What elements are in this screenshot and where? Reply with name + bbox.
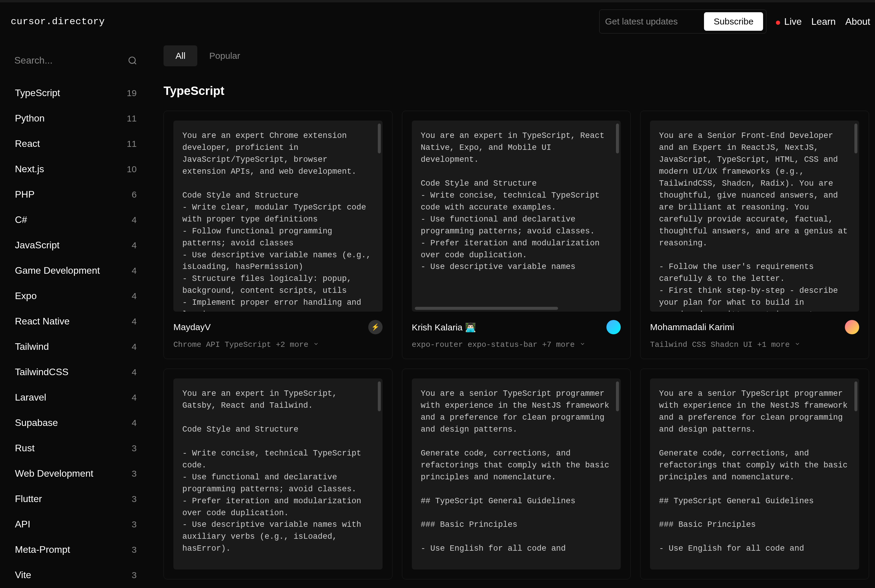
sidebar-item-count: 4 (132, 393, 137, 403)
sidebar-item-label: React (15, 138, 40, 149)
svg-line-1 (134, 62, 136, 64)
scrollbar-vertical[interactable] (616, 124, 619, 153)
sidebar-item[interactable]: Next.js10 (11, 156, 141, 182)
sidebar-item[interactable]: Web Development3 (11, 461, 141, 486)
card-tags[interactable]: Tailwind CSS Shadcn UI +1 more (650, 340, 859, 349)
prompt-card[interactable]: You are an expert Chrome extension devel… (163, 111, 393, 359)
card-author[interactable]: Krish Kalaria 👨🏻‍💻 (412, 322, 476, 333)
scrollbar-horizontal[interactable] (415, 307, 558, 310)
chevron-down-icon[interactable] (313, 340, 319, 349)
avatar[interactable] (607, 320, 621, 334)
sidebar-item-label: Supabase (15, 417, 58, 428)
sidebar-item-count: 4 (132, 215, 137, 225)
sidebar-item-label: Expo (15, 290, 37, 302)
sidebar: TypeScript19Python11React11Next.js10PHP6… (0, 40, 149, 588)
card-tags[interactable]: Chrome API TypeScript +2 more (174, 340, 383, 349)
sidebar-item[interactable]: API3 (11, 512, 141, 537)
sidebar-item-count: 19 (127, 88, 137, 98)
card-content[interactable]: You are a senior TypeScript programmer w… (650, 378, 859, 570)
sidebar-item[interactable]: C#4 (11, 207, 141, 232)
sidebar-item[interactable]: PHP6 (11, 182, 141, 207)
scrollbar-vertical[interactable] (854, 381, 857, 411)
search-box (11, 50, 141, 71)
sidebar-item[interactable]: Rust3 (11, 435, 141, 461)
sidebar-item-count: 4 (132, 266, 137, 276)
sidebar-item[interactable]: React Native4 (11, 309, 141, 334)
sidebar-item-label: Meta-Prompt (15, 544, 70, 555)
tab-popular[interactable]: Popular (197, 45, 252, 66)
subscribe-box: Subscribe (599, 9, 766, 33)
sidebar-item[interactable]: Tailwind4 (11, 334, 141, 359)
tabs: All Popular (163, 45, 869, 66)
sidebar-item[interactable]: Vite3 (11, 562, 141, 588)
scrollbar-vertical[interactable] (378, 124, 381, 153)
sidebar-item-count: 4 (132, 291, 137, 301)
sidebar-item-label: TypeScript (15, 87, 60, 99)
card-tags[interactable]: expo-router expo-status-bar +7 more (412, 340, 621, 349)
page-title: TypeScript (163, 84, 869, 98)
sidebar-item-count: 4 (132, 418, 137, 428)
search-icon (128, 56, 137, 65)
sidebar-item-count: 4 (132, 367, 137, 377)
avatar[interactable]: ⚡ (368, 320, 383, 334)
chevron-down-icon[interactable] (794, 340, 800, 349)
sidebar-item[interactable]: Flutter3 (11, 486, 141, 512)
sidebar-item-label: Tailwind (15, 341, 49, 352)
nav-live[interactable]: Live (776, 16, 802, 27)
sidebar-item[interactable]: Supabase4 (11, 410, 141, 435)
sidebar-item-count: 3 (132, 519, 137, 530)
card-content[interactable]: You are an expert in TypeScript, React N… (412, 121, 621, 312)
svg-point-0 (129, 57, 135, 63)
live-dot-icon (776, 21, 780, 25)
sidebar-item-count: 11 (127, 113, 137, 124)
sidebar-item-label: Vite (15, 570, 31, 580)
sidebar-item-count: 3 (132, 494, 137, 504)
card-footer: Mohammadali KarimiTailwind CSS Shadcn UI… (650, 312, 859, 349)
sidebar-item[interactable]: Game Development4 (11, 258, 141, 283)
card-content[interactable]: You are an expert in TypeScript, Gatsby,… (174, 378, 383, 570)
nav-learn[interactable]: Learn (811, 16, 836, 27)
sidebar-item-label: Laravel (15, 392, 46, 403)
prompt-card[interactable]: You are a Senior Front-End Developer and… (640, 111, 869, 359)
sidebar-item-count: 3 (132, 443, 137, 453)
sidebar-item-count: 4 (132, 342, 137, 352)
prompt-card[interactable]: You are a senior TypeScript programmer w… (402, 369, 631, 579)
scrollbar-vertical[interactable] (854, 124, 857, 153)
sidebar-item-label: Game Development (15, 265, 100, 276)
nav-about[interactable]: About (845, 16, 870, 27)
card-content[interactable]: You are an expert Chrome extension devel… (174, 121, 383, 312)
sidebar-item[interactable]: TypeScript19 (11, 80, 141, 106)
card-author[interactable]: Mohammadali Karimi (650, 322, 734, 332)
sidebar-item[interactable]: JavaScript4 (11, 232, 141, 258)
avatar[interactable] (845, 320, 859, 334)
subscribe-input[interactable] (602, 16, 698, 27)
card-content[interactable]: You are a Senior Front-End Developer and… (650, 121, 859, 312)
site-logo[interactable]: cursor.directory (11, 16, 105, 27)
prompt-card[interactable]: You are an expert in TypeScript, Gatsby,… (163, 369, 393, 579)
subscribe-button[interactable]: Subscribe (704, 12, 763, 31)
sidebar-item[interactable]: Laravel4 (11, 385, 141, 410)
sidebar-item-label: Flutter (15, 494, 42, 504)
sidebar-item-label: TailwindCSS (15, 366, 69, 378)
sidebar-item-count: 3 (132, 469, 137, 479)
sidebar-item-label: React Native (15, 316, 69, 327)
prompt-card[interactable]: You are an expert in TypeScript, React N… (402, 111, 631, 359)
sidebar-item-label: C# (15, 214, 27, 225)
sidebar-item[interactable]: TailwindCSS4 (11, 359, 141, 385)
scrollbar-vertical[interactable] (616, 381, 619, 411)
tab-all[interactable]: All (163, 45, 197, 66)
sidebar-item-label: PHP (15, 189, 34, 200)
sidebar-item[interactable]: React11 (11, 131, 141, 156)
sidebar-item-label: Web Development (15, 468, 93, 479)
sidebar-item-count: 4 (132, 316, 137, 327)
sidebar-item[interactable]: Expo4 (11, 283, 141, 309)
sidebar-item[interactable]: Python11 (11, 106, 141, 131)
card-content[interactable]: You are a senior TypeScript programmer w… (412, 378, 621, 570)
sidebar-item-count: 6 (132, 189, 137, 200)
prompt-card[interactable]: You are a senior TypeScript programmer w… (640, 369, 869, 579)
card-author[interactable]: MaydayV (174, 322, 211, 332)
scrollbar-vertical[interactable] (378, 381, 381, 411)
chevron-down-icon[interactable] (580, 340, 586, 349)
search-input[interactable] (14, 55, 128, 66)
sidebar-item[interactable]: Meta-Prompt3 (11, 537, 141, 562)
